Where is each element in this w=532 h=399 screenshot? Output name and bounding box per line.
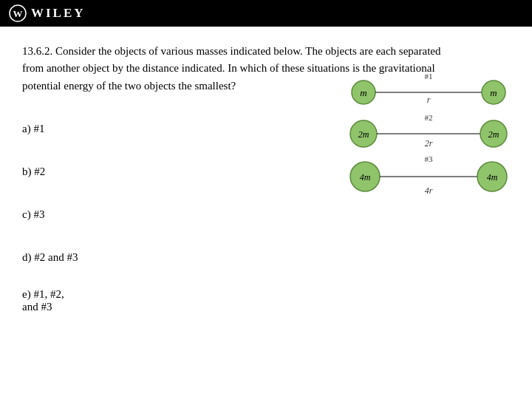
svg-text:4r: 4r	[425, 185, 433, 196]
header: W WILEY	[0, 0, 532, 27]
svg-text:m: m	[490, 87, 497, 98]
option-e-label: e) #1, #2, and #3	[22, 288, 81, 313]
diagram-1: m m #1 r	[347, 70, 510, 107]
diagram-2: 2m 2m #2 2r	[347, 112, 510, 150]
question-number: 13.6.2.	[22, 45, 52, 57]
wiley-text: WILEY	[31, 6, 86, 21]
svg-text:#2: #2	[425, 113, 433, 122]
svg-text:m: m	[360, 87, 366, 98]
option-c: c) #3	[22, 194, 510, 236]
svg-text:4m: 4m	[360, 172, 371, 183]
option-e: e) #1, #2, and #3	[22, 279, 510, 322]
option-c-label: c) #3	[22, 208, 81, 221]
wiley-logo: W WILEY	[9, 4, 86, 22]
diagrams-container: m m #1 r 2m 2m #2 2r	[347, 70, 510, 197]
option-b-label: b) #2	[22, 166, 81, 178]
diagram-1-svg: m m #1 r	[347, 70, 510, 107]
svg-text:W: W	[13, 8, 23, 19]
wiley-icon: W	[9, 4, 27, 22]
option-d-label: d) #2 and #3	[22, 251, 81, 264]
svg-text:2r: 2r	[425, 138, 433, 149]
diagram-2-svg: 2m 2m #2 2r	[347, 112, 510, 150]
option-d: d) #2 and #3	[22, 236, 510, 279]
svg-text:2m: 2m	[358, 129, 369, 140]
svg-text:#1: #1	[425, 72, 433, 81]
svg-text:2m: 2m	[488, 129, 499, 140]
svg-text:r: r	[427, 95, 431, 105]
diagram-3: 4m 4m #3 4r	[347, 154, 510, 197]
svg-text:4m: 4m	[487, 172, 498, 183]
diagram-3-svg: 4m 4m #3 4r	[347, 154, 510, 197]
option-a-label: a) #1	[22, 123, 81, 135]
svg-text:#3: #3	[425, 154, 434, 163]
